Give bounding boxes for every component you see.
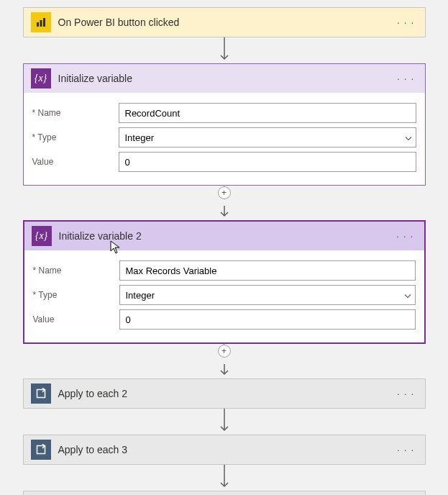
value-input[interactable] [119, 309, 416, 330]
type-label: Type [33, 290, 119, 300]
card-menu-button[interactable]: · · · [394, 388, 417, 399]
connector-arrow [219, 465, 229, 491]
svg-rect-0 [37, 22, 39, 27]
connector: + [218, 186, 231, 206]
name-label: Name [33, 265, 119, 276]
flow-canvas: On Power BI button clicked · · · {x} Ini… [7, 7, 441, 495]
connector-arrow [219, 409, 229, 435]
connector-arrow [219, 37, 229, 63]
add-step-button[interactable]: + [218, 186, 231, 199]
value-label: Value [33, 314, 119, 324]
card-title: Apply to each 3 [58, 444, 388, 455]
loop-icon [31, 383, 51, 404]
card-title: Initialize variable 2 [59, 230, 387, 242]
trigger-card[interactable]: On Power BI button clicked · · · [23, 7, 426, 37]
svg-rect-1 [40, 20, 42, 27]
condition-card[interactable]: Condition · · · [23, 491, 426, 495]
card-title: Apply to each 2 [58, 388, 388, 399]
card-menu-button[interactable]: · · · [394, 73, 417, 84]
powerbi-icon [31, 12, 51, 32]
svg-rect-2 [43, 18, 45, 27]
trigger-title: On Power BI button clicked [58, 17, 388, 28]
name-label: Name [32, 108, 119, 118]
card-menu-button[interactable]: · · · [393, 230, 416, 242]
variable-icon: {x} [32, 226, 52, 246]
variable-icon: {x} [31, 68, 51, 88]
add-step-button[interactable]: + [218, 345, 231, 358]
connector-arrow [219, 206, 229, 220]
value-label: Value [32, 157, 119, 167]
connector: + [218, 344, 231, 364]
type-select[interactable] [119, 285, 416, 305]
init-variable-2-card[interactable]: {x} Initialize variable 2 · · · Name Typ… [23, 220, 426, 344]
card-menu-button[interactable]: · · · [394, 444, 417, 455]
type-label: Type [32, 132, 119, 142]
apply-to-each-3-card[interactable]: Apply to each 3 · · · [23, 435, 426, 465]
name-input[interactable] [119, 103, 416, 123]
init-variable-card[interactable]: {x} Initialize variable · · · Name Type … [23, 63, 426, 186]
connector-arrow [219, 364, 229, 378]
card-title: Initialize variable [58, 73, 388, 84]
name-input[interactable] [119, 260, 416, 281]
apply-to-each-2-card[interactable]: Apply to each 2 · · · [23, 378, 426, 409]
loop-icon [31, 440, 51, 460]
trigger-menu-button[interactable]: · · · [394, 17, 417, 28]
value-input[interactable] [119, 152, 416, 172]
type-select[interactable] [119, 127, 416, 147]
